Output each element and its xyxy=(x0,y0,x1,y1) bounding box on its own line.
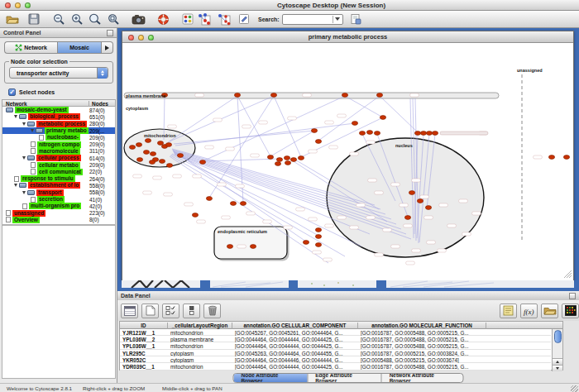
network-node[interactable] xyxy=(409,191,414,195)
tree-row-primary-metabo[interactable]: primary metabo209(... xyxy=(2,127,115,134)
delete-attribute-icon[interactable] xyxy=(203,304,221,318)
tree-row-mosaic-demo-yeast[interactable]: mosaic-demo-yeast874(0) xyxy=(2,107,115,113)
network-node[interactable] xyxy=(270,93,276,98)
network-node[interactable] xyxy=(298,156,304,160)
network-node[interactable] xyxy=(374,131,380,136)
network-node[interactable] xyxy=(380,116,385,120)
column-header-id[interactable]: ID xyxy=(120,323,168,329)
tab-network[interactable]: Network xyxy=(4,41,57,54)
search-dropdown-arrow[interactable] xyxy=(333,16,342,23)
tree-row-cellular-process[interactable]: cellular process614(0) xyxy=(2,155,115,161)
network-node[interactable] xyxy=(315,140,321,144)
network-window-titlebar[interactable]: primary metabolic process xyxy=(122,31,573,43)
tab-node-attribute-browser[interactable]: Node Attribute Browser xyxy=(234,374,309,382)
network-node[interactable] xyxy=(548,155,554,160)
help-ring-icon[interactable] xyxy=(156,12,170,26)
expand-arrow-icon[interactable] xyxy=(22,191,26,194)
network-node[interactable] xyxy=(250,245,256,249)
network-node[interactable] xyxy=(276,158,282,162)
select-nodes-checkbox[interactable]: ✓ xyxy=(8,88,16,96)
network-node[interactable] xyxy=(426,131,432,136)
float-panel-icon[interactable] xyxy=(569,293,576,299)
tree-row-multi-organism-pro[interactable]: multi-organism pro42(0) xyxy=(2,203,115,209)
expand-arrow-icon[interactable] xyxy=(14,184,17,187)
tree-row-secretion[interactable]: secretion41(0) xyxy=(2,196,115,203)
network-node[interactable] xyxy=(143,151,149,155)
table-row[interactable]: YLR295Ccytoplasm[GO:0045263, GO:0044464,… xyxy=(120,350,551,356)
zoom-selected-region-icon[interactable] xyxy=(106,12,121,26)
tree-row-transport[interactable]: transport558(0) xyxy=(2,189,115,196)
search-input[interactable] xyxy=(282,14,343,25)
network-node[interactable] xyxy=(315,243,321,247)
table-row[interactable]: YPL036W__2plasma membrane[GO:0044464, GO… xyxy=(120,336,551,342)
zoom-fit-icon[interactable] xyxy=(88,12,103,26)
network-node[interactable] xyxy=(166,164,172,168)
network-node[interactable] xyxy=(150,152,156,156)
network-node[interactable] xyxy=(359,131,365,136)
network-node[interactable] xyxy=(303,241,309,245)
network-node[interactable] xyxy=(136,158,142,162)
network-canvas[interactable]: plasma membranecytoplasmmitochondrionnuc… xyxy=(122,43,573,280)
network-node[interactable] xyxy=(432,131,438,136)
network-node[interactable] xyxy=(267,155,273,160)
unselect-attributes-icon[interactable] xyxy=(183,304,200,318)
tree-row-unassigned[interactable]: unassigned223(0) xyxy=(2,209,115,216)
network-node[interactable] xyxy=(149,160,155,165)
tree-row-macromolecule[interactable]: macromolecule311(0) xyxy=(2,148,115,155)
node-color-select[interactable]: transporter activity xyxy=(9,67,108,79)
column-header-go-molecular-function[interactable]: annotation.GO MOLECULAR_FUNCTION xyxy=(358,323,486,329)
tab-mosaic[interactable]: Mosaic xyxy=(57,41,102,54)
network-close-button[interactable] xyxy=(128,35,134,41)
network-node[interactable] xyxy=(199,160,205,165)
select-attributes-icon[interactable] xyxy=(162,304,179,318)
network-minimize-button[interactable] xyxy=(138,35,144,41)
search-options-icon[interactable] xyxy=(348,12,363,26)
float-panel-icon[interactable] xyxy=(107,30,113,36)
expand-arrow-icon[interactable] xyxy=(22,122,26,126)
table-row[interactable]: YPL036W__1mitochondrion[GO:0044464, GO:0… xyxy=(120,342,551,349)
network-node[interactable] xyxy=(275,162,280,166)
canvas-resize-grip[interactable] xyxy=(569,275,572,278)
network-overlay-icon[interactable] xyxy=(217,12,232,26)
window-titlebar[interactable]: Cytoscape Desktop (New Session) xyxy=(0,0,579,11)
function-builder-icon[interactable]: f(x) xyxy=(520,304,538,318)
network-node[interactable] xyxy=(315,235,321,239)
network-node[interactable] xyxy=(227,245,232,249)
tree-row-nitrogen-compo[interactable]: nitrogen compo209(0) xyxy=(2,141,115,147)
tab-edge-attribute-browser[interactable]: Edge Attribute Browser xyxy=(308,374,381,382)
network-node[interactable] xyxy=(234,93,240,98)
import-attributes-icon[interactable] xyxy=(541,304,558,318)
network-node[interactable] xyxy=(425,206,431,210)
zoom-window-button[interactable] xyxy=(25,2,31,8)
tree-row-biological-process[interactable]: biological_process651(0) xyxy=(2,113,115,120)
tree-row-cell-communicat[interactable]: cell communicat22(0) xyxy=(2,169,115,175)
tab-scroll-right-button[interactable] xyxy=(102,41,113,54)
network-node[interactable] xyxy=(145,139,151,143)
network-node[interactable] xyxy=(290,158,296,162)
network-node[interactable] xyxy=(563,155,569,160)
network-node[interactable] xyxy=(206,197,212,201)
network-node[interactable] xyxy=(315,228,321,232)
network-node[interactable] xyxy=(376,93,382,98)
save-icon[interactable] xyxy=(26,12,41,26)
table-row[interactable]: YJR121W__1mitochondrion[GO:0045267, GO:0… xyxy=(120,329,551,336)
tree-row-nucleobase-[interactable]: nucleobase-209(0) xyxy=(2,134,115,141)
attribute-table-icon[interactable] xyxy=(121,304,138,318)
table-row[interactable]: YDR039C__1mitochondrion[GO:0044464, GO:0… xyxy=(120,363,551,370)
tab-network-attribute-browser[interactable]: Network Attribute Browser xyxy=(382,374,463,382)
network-node[interactable] xyxy=(192,213,198,218)
matrix-icon[interactable] xyxy=(562,304,579,318)
expand-arrow-icon[interactable] xyxy=(31,129,34,132)
network-node[interactable] xyxy=(414,131,420,136)
open-icon[interactable] xyxy=(5,12,20,26)
expand-arrow-icon[interactable] xyxy=(14,115,17,118)
tree-row-overview[interactable]: Overview8(0) xyxy=(2,217,115,223)
network-node[interactable] xyxy=(165,143,171,147)
birds-eye-view[interactable] xyxy=(2,225,116,379)
network-node[interactable] xyxy=(417,199,423,203)
expand-arrow-icon[interactable] xyxy=(22,156,26,160)
table-row[interactable]: YKR052Ccytoplasm[GO:0044464, GO:0044446,… xyxy=(120,356,551,363)
vizmapper-icon[interactable] xyxy=(180,12,195,26)
tree-row-establishment-of-lo[interactable]: establishment of lo558(0) xyxy=(2,182,115,189)
network-node[interactable] xyxy=(352,122,357,126)
